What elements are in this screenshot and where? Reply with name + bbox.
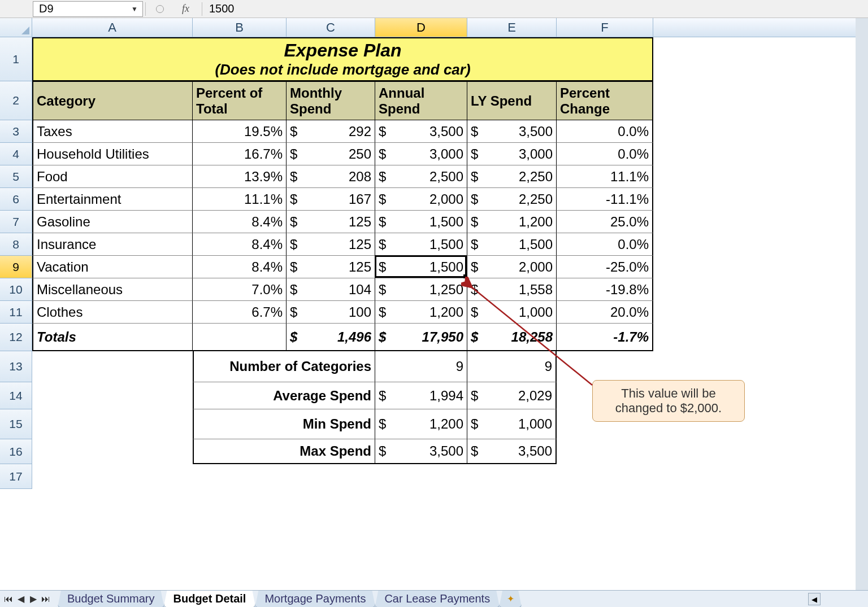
- row-header-13[interactable]: 13: [0, 351, 32, 382]
- cell-monthly-5[interactable]: $208: [287, 165, 375, 188]
- cell-monthly-4[interactable]: $250: [287, 143, 375, 165]
- cell-monthly-3[interactable]: $292: [287, 120, 375, 143]
- cell-pct-11[interactable]: 6.7%: [193, 301, 287, 324]
- cell-totals-monthly[interactable]: $1,496: [287, 324, 375, 351]
- cell-monthly-8[interactable]: $125: [287, 233, 375, 256]
- cell-annual-7[interactable]: $1,500: [375, 211, 467, 233]
- cell-category-11[interactable]: Clothes: [32, 301, 193, 324]
- row-header-16[interactable]: 16: [0, 439, 32, 464]
- title-merged-cell[interactable]: Expense Plan(Does not include mortgage a…: [32, 37, 653, 81]
- cell-change-8[interactable]: 0.0%: [557, 233, 653, 256]
- cell-annual-4[interactable]: $3,000: [375, 143, 467, 165]
- summary-label-14[interactable]: Average Spend: [193, 382, 375, 409]
- cell-category-7[interactable]: Gasoline: [32, 211, 193, 233]
- cell-totals-annual[interactable]: $17,950: [375, 324, 467, 351]
- col-header-d[interactable]: D: [375, 18, 467, 37]
- cell-ly-5[interactable]: $2,250: [467, 165, 557, 188]
- summary-e-13[interactable]: 9: [467, 351, 557, 382]
- row-header-4[interactable]: 4: [0, 143, 32, 165]
- cell-ly-9[interactable]: $2,000: [467, 256, 557, 278]
- summary-d-14[interactable]: $1,994: [375, 382, 467, 409]
- horizontal-scroll[interactable]: ◀: [808, 593, 865, 605]
- row-header-10[interactable]: 10: [0, 278, 32, 301]
- cell-ly-11[interactable]: $1,000: [467, 301, 557, 324]
- row-header-14[interactable]: 14: [0, 382, 32, 409]
- cell-totals-ly[interactable]: $18,258: [467, 324, 557, 351]
- summary-e-14[interactable]: $2,029: [467, 382, 557, 409]
- cell-annual-5[interactable]: $2,500: [375, 165, 467, 188]
- cell-pct-6[interactable]: 11.1%: [193, 188, 287, 211]
- row-header-7[interactable]: 7: [0, 211, 32, 233]
- cell-category-10[interactable]: Miscellaneous: [32, 278, 193, 301]
- cell-category-4[interactable]: Household Utilities: [32, 143, 193, 165]
- vertical-scrollbar[interactable]: [856, 18, 868, 590]
- cell-pct-4[interactable]: 16.7%: [193, 143, 287, 165]
- cell-change-5[interactable]: 11.1%: [557, 165, 653, 188]
- insert-sheet-icon[interactable]: ✦: [499, 591, 522, 608]
- cancel-icon[interactable]: [156, 5, 164, 13]
- cell-category-3[interactable]: Taxes: [32, 120, 193, 143]
- header-percent-total[interactable]: Percent of Total: [193, 81, 287, 120]
- cell-annual-10[interactable]: $1,250: [375, 278, 467, 301]
- summary-label-13[interactable]: Number of Categories: [193, 351, 375, 382]
- row-header-2[interactable]: 2: [0, 81, 32, 120]
- chevron-down-icon[interactable]: ▼: [131, 5, 138, 13]
- cell-pct-8[interactable]: 8.4%: [193, 233, 287, 256]
- row-header-5[interactable]: 5: [0, 165, 32, 188]
- row-header-6[interactable]: 6: [0, 188, 32, 211]
- cell-annual-11[interactable]: $1,200: [375, 301, 467, 324]
- cell-ly-10[interactable]: $1,558: [467, 278, 557, 301]
- header-monthly-spend[interactable]: Monthly Spend: [287, 81, 375, 120]
- cell-ly-6[interactable]: $2,250: [467, 188, 557, 211]
- cell-change-6[interactable]: -11.1%: [557, 188, 653, 211]
- summary-e-15[interactable]: $1,000: [467, 409, 557, 439]
- row-header-11[interactable]: 11: [0, 301, 32, 324]
- fx-icon[interactable]: fx: [182, 3, 189, 15]
- row-header-8[interactable]: 8: [0, 233, 32, 256]
- cell-change-9[interactable]: -25.0%: [557, 256, 653, 278]
- cell-monthly-6[interactable]: $167: [287, 188, 375, 211]
- scroll-left-icon[interactable]: ◀: [808, 593, 821, 605]
- row-header-12[interactable]: 12: [0, 324, 32, 351]
- col-header-b[interactable]: B: [193, 18, 287, 37]
- cell-annual-9[interactable]: $1,500: [375, 256, 467, 278]
- row-header-1[interactable]: 1: [0, 37, 32, 81]
- summary-label-16[interactable]: Max Spend: [193, 439, 375, 464]
- cell-ly-3[interactable]: $3,500: [467, 120, 557, 143]
- select-all-corner[interactable]: [0, 18, 32, 37]
- col-header-c[interactable]: C: [287, 18, 375, 37]
- tab-nav-last-icon[interactable]: ⏭: [40, 593, 52, 605]
- cell-change-10[interactable]: -19.8%: [557, 278, 653, 301]
- cell-change-4[interactable]: 0.0%: [557, 143, 653, 165]
- header-ly-spend[interactable]: LY Spend: [467, 81, 557, 120]
- row-header-9[interactable]: 9: [0, 256, 32, 278]
- cell-pct-10[interactable]: 7.0%: [193, 278, 287, 301]
- summary-d-13[interactable]: 9: [375, 351, 467, 382]
- cell-totals-b[interactable]: [193, 324, 287, 351]
- col-header-f[interactable]: F: [557, 18, 653, 37]
- cell-change-3[interactable]: 0.0%: [557, 120, 653, 143]
- cell-category-8[interactable]: Insurance: [32, 233, 193, 256]
- cell-category-9[interactable]: Vacation: [32, 256, 193, 278]
- cell-pct-5[interactable]: 13.9%: [193, 165, 287, 188]
- cell-ly-7[interactable]: $1,200: [467, 211, 557, 233]
- sheet-tab-budget-summary[interactable]: Budget Summary: [58, 591, 164, 608]
- tab-nav-first-icon[interactable]: ⏮: [2, 593, 15, 605]
- cell-totals-change[interactable]: -1.7%: [557, 324, 653, 351]
- cell-monthly-7[interactable]: $125: [287, 211, 375, 233]
- tab-nav-prev-icon[interactable]: ◀: [15, 593, 27, 605]
- summary-e-16[interactable]: $3,500: [467, 439, 557, 464]
- summary-d-16[interactable]: $3,500: [375, 439, 467, 464]
- row-header-17[interactable]: 17: [0, 464, 32, 489]
- cell-change-11[interactable]: 20.0%: [557, 301, 653, 324]
- cell-pct-9[interactable]: 8.4%: [193, 256, 287, 278]
- cell-ly-4[interactable]: $3,000: [467, 143, 557, 165]
- row-header-3[interactable]: 3: [0, 120, 32, 143]
- col-header-a[interactable]: A: [32, 18, 193, 37]
- cell-monthly-11[interactable]: $100: [287, 301, 375, 324]
- cell-monthly-10[interactable]: $104: [287, 278, 375, 301]
- row-header-15[interactable]: 15: [0, 409, 32, 439]
- header-percent-change[interactable]: Percent Change: [557, 81, 653, 120]
- summary-label-15[interactable]: Min Spend: [193, 409, 375, 439]
- col-header-e[interactable]: E: [467, 18, 557, 37]
